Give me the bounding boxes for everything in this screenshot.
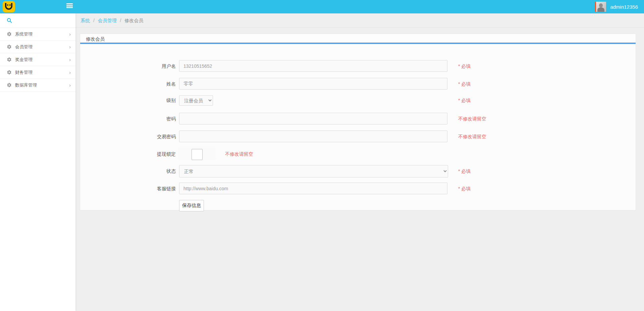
sidebar-item-bonus-mgmt[interactable]: 奖金管理 › — [0, 53, 75, 66]
breadcrumb: 系统 / 会员管理 / 修改会员 — [75, 13, 644, 28]
sidebar-search[interactable] — [0, 13, 75, 28]
sidebar-item-label: 财务管理 — [15, 69, 69, 75]
topbar: admin12356 — [0, 0, 644, 13]
breadcrumb-member-mgmt-link[interactable]: 会员管理 — [98, 18, 117, 23]
edit-member-form: 用户名 * 必填 姓名 * 必填 级别 注册会员 * 必填 密码 不修改请留空 … — [80, 44, 636, 209]
status-select[interactable]: 正常 — [179, 165, 448, 177]
sidebar-toggle-hamburger-icon[interactable] — [65, 3, 73, 10]
chevron-right-icon: › — [69, 83, 71, 88]
service-link-required-hint: * 必填 — [458, 183, 471, 195]
trade-password-hint: 不修改请留空 — [458, 131, 486, 143]
brand-smiley-logo[interactable] — [3, 1, 15, 12]
logo-smile — [5, 3, 12, 10]
sidebar-item-label: 奖金管理 — [15, 57, 69, 63]
username-required-hint: * 必填 — [458, 60, 471, 72]
gear-icon — [7, 70, 12, 75]
panel-title: 修改会员 — [80, 34, 636, 44]
realname-label: 姓名 — [80, 78, 176, 90]
sidebar-item-label: 会员管理 — [15, 44, 69, 50]
search-icon[interactable] — [7, 18, 12, 23]
sidebar-item-finance-mgmt[interactable]: 财务管理 › — [0, 66, 75, 79]
chevron-right-icon: › — [69, 32, 71, 37]
password-hint: 不修改请留空 — [458, 113, 486, 125]
status-required-hint: * 必填 — [458, 165, 471, 177]
chevron-right-icon: › — [69, 70, 71, 75]
topbar-user-area[interactable]: admin12356 — [595, 0, 638, 13]
username-input[interactable] — [179, 60, 447, 72]
admin-app: admin12356 系统管理 › 会员管理 › 奖金管理 › 财务管理 — [0, 0, 644, 311]
sidebar-item-member-mgmt[interactable]: 会员管理 › — [0, 41, 75, 53]
chevron-right-icon: › — [69, 45, 71, 49]
user-avatar[interactable] — [595, 2, 606, 12]
withdraw-lock-field — [178, 147, 216, 160]
level-required-hint: * 必填 — [458, 95, 471, 106]
status-label: 状态 — [80, 165, 176, 177]
trade-password-label: 交易密码 — [80, 131, 176, 143]
service-link-input[interactable] — [179, 183, 447, 194]
level-select[interactable]: 注册会员 — [179, 95, 213, 106]
sidebar-item-label: 系统管理 — [15, 31, 69, 37]
level-label: 级别 — [80, 95, 176, 106]
avatar-silhouette — [599, 3, 603, 7]
password-input[interactable] — [179, 113, 447, 124]
sidebar-item-label: 数据库管理 — [15, 82, 69, 88]
avatar-silhouette-body — [597, 7, 604, 12]
breadcrumb-separator: / — [93, 18, 95, 23]
username-label: 用户名 — [80, 60, 176, 72]
breadcrumb-separator: / — [120, 18, 121, 23]
save-button[interactable]: 保存信息 — [179, 200, 204, 211]
service-link-label: 客服链接 — [80, 183, 176, 195]
sidebar-item-database-mgmt[interactable]: 数据库管理 › — [0, 79, 75, 92]
withdraw-lock-input[interactable] — [192, 149, 203, 160]
chevron-right-icon: › — [69, 57, 71, 62]
trade-password-input[interactable] — [179, 131, 447, 142]
gear-icon — [7, 32, 12, 37]
edit-member-panel: 修改会员 用户名 * 必填 姓名 * 必填 级别 注册会员 * 必填 密码 — [80, 34, 636, 210]
gear-icon — [7, 57, 12, 62]
withdraw-lock-label: 提现锁定 — [80, 148, 176, 160]
breadcrumb-system-link[interactable]: 系统 — [80, 18, 90, 23]
sidebar-item-system-mgmt[interactable]: 系统管理 › — [0, 28, 75, 41]
main-area: 系统 / 会员管理 / 修改会员 修改会员 用户名 * 必填 姓名 * 必填 级… — [75, 13, 644, 311]
realname-input[interactable] — [179, 78, 447, 90]
realname-required-hint: * 必填 — [458, 78, 471, 90]
gear-icon — [7, 83, 12, 88]
sidebar: 系统管理 › 会员管理 › 奖金管理 › 财务管理 › 数据库管理 › — [0, 13, 75, 311]
password-label: 密码 — [80, 113, 176, 125]
username-label[interactable]: admin12356 — [610, 4, 638, 10]
withdraw-lock-hint: 不修改请留空 — [225, 148, 253, 160]
gear-icon — [7, 44, 12, 49]
breadcrumb-current-page: 修改会员 — [124, 18, 143, 23]
